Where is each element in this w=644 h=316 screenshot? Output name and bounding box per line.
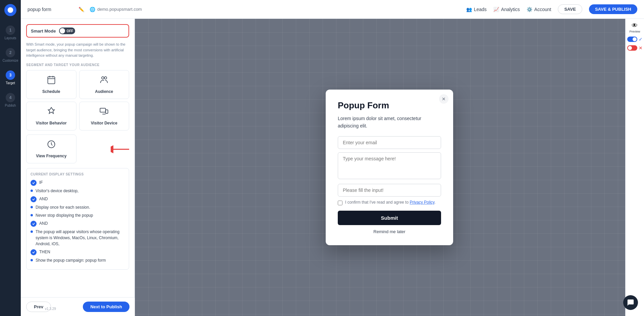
setting-never-stop: Never stop displaying the popup <box>31 212 125 218</box>
header-actions: 👥 Leads 📈 Analytics ⚙️ Account SAVE SAVE… <box>466 4 637 14</box>
audience-card[interactable]: Audience <box>79 70 129 99</box>
toggle-red[interactable] <box>627 45 637 51</box>
checkbox-row: I confirm that I've read and agree to Pr… <box>338 200 441 205</box>
popup-description: Lorem ipsum dolor sit amet, consectetur … <box>338 115 441 130</box>
svg-point-0 <box>8 7 13 13</box>
check-icon-and2 <box>31 221 37 227</box>
preview-button[interactable]: 👁 Preview <box>629 22 640 33</box>
setting-show-campaign-text: Show the popup campaign: popup form <box>36 257 106 263</box>
visitor-device-label: Visitor Device <box>91 121 117 125</box>
smart-mode-label: Smart Mode <box>31 29 56 34</box>
step-circle-3: 3 <box>6 70 15 80</box>
toggle-row-2: ✕ <box>627 45 643 51</box>
setting-device-text: Visitor's device desktop, <box>36 188 78 194</box>
step-circle-2: 2 <box>6 48 15 57</box>
setting-session-text: Display once for each session. <box>36 204 90 210</box>
toggle-row-1: ✓ <box>627 37 643 42</box>
bottom-bar: v1.3.29 Prev Next to Publish <box>21 297 135 316</box>
dot-session <box>31 206 33 208</box>
setting-device: Visitor's device desktop, <box>31 188 125 194</box>
smart-mode-toggle[interactable]: OFF <box>59 28 75 34</box>
extra-input[interactable] <box>338 184 441 197</box>
setting-then-text: THEN <box>39 249 50 255</box>
visitor-device-icon <box>99 107 109 118</box>
visitor-behavior-card[interactable]: Visitor Behavior <box>26 102 76 130</box>
step-label-publish: Publish <box>5 104 16 107</box>
step-label-layouts: Layouts <box>4 36 16 40</box>
dot-os <box>31 230 33 233</box>
popup-title: Popup Form <box>338 100 441 111</box>
account-label: Account <box>534 7 551 12</box>
popup-close-button[interactable]: ✕ <box>439 94 448 104</box>
next-publish-button[interactable]: Next to Publish <box>83 302 129 312</box>
account-button[interactable]: ⚙️ Account <box>527 7 551 12</box>
toggle-blue[interactable] <box>627 37 637 42</box>
privacy-policy-link[interactable]: Privacy Policy <box>410 200 434 205</box>
top-header: ✏️ 🌐 demo.popupsmart.com 👥 Leads 📈 Analy… <box>21 0 644 19</box>
campaign-title-input[interactable] <box>28 7 74 12</box>
smart-mode-box: Smart Mode OFF <box>26 24 129 38</box>
popup-overlay: ✕ Popup Form Lorem ipsum dolor sit amet,… <box>135 19 644 316</box>
schedule-card[interactable]: Schedule <box>26 70 76 99</box>
step-circle-4: 4 <box>6 93 15 102</box>
setting-and1-text: AND <box>39 196 48 202</box>
nav-step-customize[interactable]: 2 Customize <box>0 45 21 65</box>
setting-and-1: AND <box>31 196 125 202</box>
nav-step-publish[interactable]: 4 Publish <box>0 90 21 110</box>
red-arrow <box>111 144 131 157</box>
dot-device <box>31 190 33 192</box>
visitor-device-card[interactable]: Visitor Device <box>79 102 129 130</box>
smart-mode-description: With Smart mode, your popup campaign wil… <box>26 42 129 58</box>
analytics-button[interactable]: 📈 Analytics <box>493 7 520 12</box>
step-label-customize: Customize <box>2 59 18 62</box>
setting-and2-text: AND <box>39 220 48 226</box>
target-cards-grid: Schedule Audience Visitor Behavior Visit… <box>26 70 129 130</box>
nav-step-layouts[interactable]: 1 Layouts <box>0 23 21 43</box>
check-icon-and1 <box>31 196 37 202</box>
segment-title: SEGMENT AND TARGET YOUR AUDIENCE <box>26 63 129 67</box>
schedule-icon <box>47 75 56 87</box>
svg-point-6 <box>104 76 107 79</box>
nav-step-target[interactable]: 3 Target <box>0 68 21 88</box>
check-icon-then <box>31 249 37 255</box>
leads-label: Leads <box>474 7 487 12</box>
popup-modal: ✕ Popup Form Lorem ipsum dolor sit amet,… <box>326 90 453 246</box>
svg-rect-8 <box>106 110 108 113</box>
version-text: v1.3.29 <box>45 307 56 311</box>
analytics-label: Analytics <box>501 7 520 12</box>
dot-never-stop <box>31 214 33 216</box>
step-circle-1: 1 <box>6 25 15 35</box>
globe-icon: 🌐 <box>90 7 95 12</box>
edit-icon[interactable]: ✏️ <box>78 7 84 12</box>
current-display-settings: CURRENT DISPLAY SETTINGS IF Visitor's de… <box>26 168 129 270</box>
message-textarea[interactable] <box>338 152 441 179</box>
check-mark: ✓ <box>639 37 643 42</box>
svg-point-5 <box>102 76 104 79</box>
remind-later-button[interactable]: Remind me later <box>338 229 441 234</box>
logo[interactable] <box>4 4 16 16</box>
view-frequency-card[interactable]: View Frequency <box>26 135 76 163</box>
toggle-off-label: OFF <box>66 29 73 33</box>
x-mark: ✕ <box>639 45 643 51</box>
chat-bubble[interactable] <box>623 295 638 310</box>
preview-label: Preview <box>629 30 640 33</box>
toggle-knob <box>60 28 65 34</box>
save-button[interactable]: SAVE <box>558 4 582 14</box>
dot-campaign <box>31 259 33 261</box>
schedule-label: Schedule <box>42 89 60 94</box>
email-input[interactable] <box>338 136 441 149</box>
leads-button[interactable]: 👥 Leads <box>466 7 487 12</box>
setting-show-campaign: Show the popup campaign: popup form <box>31 257 125 263</box>
setting-then: THEN <box>31 249 125 255</box>
save-publish-button[interactable]: SAVE & PUBLISH <box>589 4 637 14</box>
setting-if-text: IF <box>39 179 43 186</box>
analytics-icon: 📈 <box>493 7 499 12</box>
privacy-label: I confirm that I've read and agree to Pr… <box>345 200 436 205</box>
header-url: 🌐 demo.popupsmart.com <box>90 7 142 12</box>
main-canvas: ✕ Popup Form Lorem ipsum dolor sit amet,… <box>135 19 644 316</box>
leads-icon: 👥 <box>466 7 472 12</box>
setting-and-2: AND <box>31 220 125 227</box>
preview-side-panel: 👁 Preview ✓ ✕ <box>625 19 644 316</box>
privacy-checkbox[interactable] <box>338 201 342 205</box>
submit-button[interactable]: Submit <box>338 211 441 225</box>
